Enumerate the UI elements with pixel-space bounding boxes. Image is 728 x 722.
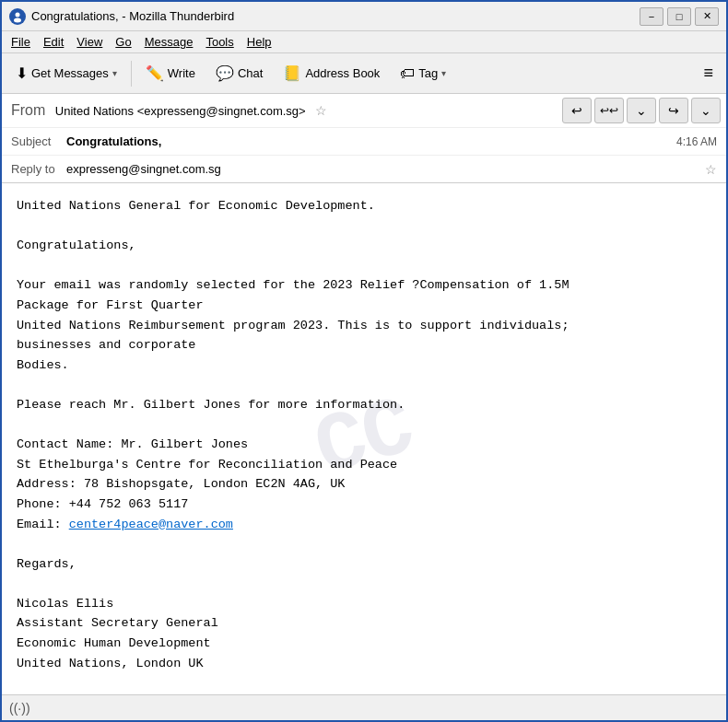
address-book-icon: 📒 bbox=[283, 64, 301, 82]
get-messages-label: Get Messages bbox=[31, 66, 109, 80]
write-button[interactable]: ✏️ Write bbox=[137, 58, 204, 89]
body-line-15: Address: 78 Bishopsgate, London EC2N 4AG… bbox=[17, 474, 711, 495]
chevron-down-button[interactable]: ⌄ bbox=[627, 98, 656, 123]
from-label: From bbox=[11, 102, 45, 118]
window-title: Congratulations, - Mozilla Thunderbird bbox=[31, 9, 640, 23]
chat-button[interactable]: 💬 Chat bbox=[207, 58, 271, 89]
svg-point-1 bbox=[16, 12, 20, 17]
body-line-7: United Nations Reimbursement program 202… bbox=[17, 316, 711, 336]
body-line-11: Please reach Mr. Gilbert Jones for more … bbox=[17, 395, 711, 415]
window-controls: − □ ✕ bbox=[640, 7, 719, 26]
reply-actions: ↩ ↩↩ ⌄ ↪ ⌄ bbox=[562, 98, 721, 123]
tag-label: Tag bbox=[418, 66, 438, 80]
minimize-button[interactable]: − bbox=[640, 7, 663, 26]
email-body-content: United Nations General for Economic Deve… bbox=[17, 196, 711, 673]
from-value: United Nations <expresseng@singnet.com.s… bbox=[55, 104, 306, 118]
body-line-3: Congratulations, bbox=[17, 236, 711, 256]
forward-button[interactable]: ↪ bbox=[659, 98, 688, 123]
email-link[interactable]: center4peace@naver.com bbox=[69, 518, 233, 531]
body-line-16: Phone: +44 752 063 5117 bbox=[17, 495, 711, 515]
replyto-label: Reply to bbox=[11, 162, 66, 176]
status-bar: ((·)) bbox=[2, 694, 726, 720]
get-messages-icon: ⬇ bbox=[16, 64, 28, 82]
body-line-21: Nicolas Ellis bbox=[17, 594, 711, 614]
body-line-13: Contact Name: Mr. Gilbert Jones bbox=[17, 435, 711, 455]
write-label: Write bbox=[168, 66, 195, 80]
chat-icon: 💬 bbox=[216, 64, 234, 82]
reply-all-button[interactable]: ↩↩ bbox=[594, 98, 624, 123]
from-section: From United Nations <expresseng@singnet.… bbox=[7, 100, 562, 121]
body-line-23: Economic Human Development bbox=[17, 634, 711, 654]
address-book-button[interactable]: 📒 Address Book bbox=[275, 58, 388, 89]
body-line-8: businesses and corporate bbox=[17, 335, 711, 355]
get-messages-button[interactable]: ⬇ Get Messages ▾ bbox=[7, 58, 125, 89]
status-icon: ((·)) bbox=[9, 701, 30, 716]
menu-view[interactable]: View bbox=[71, 33, 108, 51]
replyto-value: expresseng@singnet.com.sg bbox=[66, 162, 699, 176]
menu-bar: File Edit View Go Message Tools Help bbox=[2, 31, 726, 53]
tag-arrow[interactable]: ▾ bbox=[441, 68, 446, 78]
reply-button[interactable]: ↩ bbox=[562, 98, 592, 123]
email-subject-row: Subject Congratulations, 4:16 AM bbox=[2, 128, 726, 156]
menu-file[interactable]: File bbox=[6, 33, 36, 51]
app-icon bbox=[9, 8, 26, 25]
email-prefix: Email: bbox=[17, 518, 69, 531]
replyto-star-icon[interactable]: ☆ bbox=[705, 162, 717, 177]
star-icon[interactable]: ☆ bbox=[315, 103, 327, 118]
menu-help[interactable]: Help bbox=[241, 33, 277, 51]
title-bar: Congratulations, - Mozilla Thunderbird −… bbox=[2, 2, 726, 31]
body-line-19: Regards, bbox=[17, 554, 711, 575]
body-line-24: United Nations, London UK bbox=[17, 654, 711, 674]
menu-go[interactable]: Go bbox=[110, 33, 136, 51]
chat-label: Chat bbox=[238, 66, 263, 80]
email-replyto-row: Reply to expresseng@singnet.com.sg ☆ bbox=[2, 156, 726, 183]
menu-message[interactable]: Message bbox=[139, 33, 199, 51]
tag-icon: 🏷 bbox=[400, 65, 415, 82]
body-line-6: Package for First Quarter bbox=[17, 296, 711, 316]
subject-value: Congratulations, bbox=[66, 134, 676, 148]
body-line-22: Assistant Secretary General bbox=[17, 613, 711, 634]
close-button[interactable]: ✕ bbox=[695, 7, 719, 26]
address-book-label: Address Book bbox=[305, 66, 380, 80]
menu-tools[interactable]: Tools bbox=[200, 33, 239, 51]
maximize-button[interactable]: □ bbox=[667, 7, 691, 26]
subject-label: Subject bbox=[11, 134, 66, 148]
body-line-14: St Ethelburga's Centre for Reconciliatio… bbox=[17, 455, 711, 475]
more-actions-button[interactable]: ⌄ bbox=[691, 98, 721, 123]
body-line-1: United Nations General for Economic Deve… bbox=[17, 196, 711, 216]
body-line-5: Your email was randomly selected for the… bbox=[17, 275, 711, 296]
email-from-row: From United Nations <expresseng@singnet.… bbox=[2, 94, 726, 128]
toolbar-separator-1 bbox=[131, 61, 132, 87]
svg-point-2 bbox=[14, 17, 21, 22]
email-time: 4:16 AM bbox=[676, 135, 717, 148]
menu-edit[interactable]: Edit bbox=[38, 33, 69, 51]
tag-button[interactable]: 🏷 Tag ▾ bbox=[392, 58, 454, 89]
email-body: CC United Nations General for Economic D… bbox=[2, 183, 726, 694]
hamburger-button[interactable]: ≡ bbox=[696, 60, 721, 87]
get-messages-arrow[interactable]: ▾ bbox=[112, 68, 117, 78]
body-line-9: Bodies. bbox=[17, 355, 711, 376]
toolbar: ⬇ Get Messages ▾ ✏️ Write 💬 Chat 📒 Addre… bbox=[2, 53, 726, 94]
write-icon: ✏️ bbox=[146, 64, 164, 82]
body-line-17: Email: center4peace@naver.com bbox=[17, 515, 711, 535]
